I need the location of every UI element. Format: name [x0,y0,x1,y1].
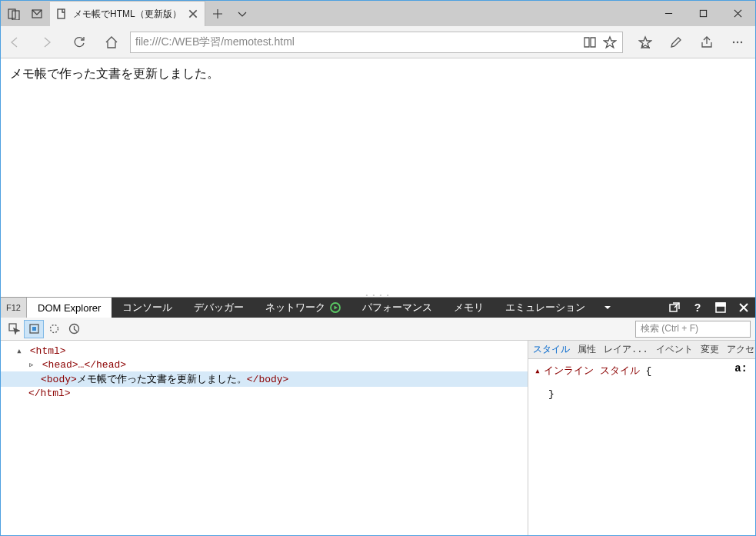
svg-rect-11 [716,303,725,306]
address-url: file:///C:/WEB学習/memotest.html [135,35,578,49]
devtools-tab-performance[interactable]: パフォーマンス [351,298,443,318]
styles-tabstrip: スタイル 属性 レイア... イベント 変更 アクセ... [528,341,755,359]
inline-style-rule[interactable]: ▴インライン スタイル { [535,364,749,378]
highlight-element-tool[interactable] [24,320,44,338]
devtools-tab-dom[interactable]: DOM Explorer [27,298,112,318]
reading-view-icon[interactable] [582,35,598,50]
minimize-button[interactable] [651,1,686,25]
styles-tab-attr[interactable]: 属性 [578,343,596,356]
styles-panel: スタイル 属性 レイア... イベント 変更 アクセ... a: ▴インライン … [528,341,755,535]
address-bar[interactable]: file:///C:/WEB学習/memotest.html [130,32,623,53]
new-tab-button[interactable] [205,2,230,26]
devtools-tab-emulation[interactable]: エミュレーション [495,298,596,318]
window-controls [651,1,755,26]
more-menu-button[interactable] [723,26,752,58]
select-element-tool[interactable] [4,320,24,338]
notes-button[interactable] [661,26,691,58]
tab-preview-toggle-button[interactable] [230,2,255,26]
devtools-help-button[interactable]: ? [686,298,709,318]
expand-icon: ▹ [28,358,36,371]
devtools-tab-console[interactable]: コンソール [112,298,183,318]
devtools-f12-label: F12 [1,298,27,318]
svg-rect-3 [58,9,65,18]
svg-point-15 [50,325,58,333]
browser-tab[interactable]: メモ帳でHTML（更新版） [50,1,205,26]
navbar: file:///C:/WEB学習/memotest.html [1,26,755,58]
devtools-search-placeholder: 検索 (Ctrl + F) [641,322,698,335]
styles-tab-changes[interactable]: 変更 [701,343,719,356]
pseudo-state-button[interactable]: a: [734,362,748,375]
devtools-search-input[interactable]: 検索 (Ctrl + F) [635,321,751,338]
tab-title: メモ帳でHTML（更新版） [73,8,182,21]
devtools-tab-memory[interactable]: メモリ [443,298,495,318]
dom-node-body[interactable]: <body>メモ帳で作った文書を更新しました。</body> [1,371,528,387]
svg-point-7 [741,41,742,42]
favorites-list-button[interactable] [631,26,660,58]
svg-point-6 [737,41,738,42]
home-button[interactable] [98,26,125,58]
close-window-button[interactable] [721,1,755,25]
color-picker-tool[interactable] [44,320,64,338]
favorite-star-icon[interactable] [602,35,618,50]
devtools-panel: F12 DOM Explorer コンソール デバッガー ネットワーク パフォー… [1,297,755,535]
collapse-icon: ▴ [535,365,541,377]
show-tab-previews-button[interactable] [27,2,47,26]
devtools-popout-button[interactable] [663,298,686,318]
dom-node-html-close[interactable]: </html> [1,387,528,400]
devtools-tabstrip: F12 DOM Explorer コンソール デバッガー ネットワーク パフォー… [1,298,755,318]
accessibility-tool[interactable] [64,320,84,338]
dom-node-html[interactable]: ▴ <html> [1,344,528,358]
devtools-tab-network[interactable]: ネットワーク [255,298,351,318]
titlebar-after-tabs [205,1,255,26]
titlebar: メモ帳でHTML（更新版） [1,1,755,26]
svg-point-5 [733,41,734,42]
share-button[interactable] [692,26,721,58]
maximize-button[interactable] [686,1,721,25]
styles-body[interactable]: a: ▴インライン スタイル { } [528,359,755,535]
inline-style-close: } [535,388,749,400]
svg-rect-14 [32,327,36,331]
devtools-dock-button[interactable] [709,298,732,318]
titlebar-left: メモ帳でHTML（更新版） [1,1,205,26]
set-aside-tabs-button[interactable] [4,2,24,26]
devtools-close-button[interactable] [732,298,755,318]
styles-tab-access[interactable]: アクセ... [727,343,755,356]
dom-node-head[interactable]: ▹ <head>…</head> [1,358,528,371]
back-button[interactable] [1,26,28,58]
svg-rect-4 [700,10,706,16]
dom-tree[interactable]: ▴ <html> ▹ <head>…</head> <body>メモ帳で作った文… [1,341,528,535]
refresh-button[interactable] [65,26,93,58]
devtools-tab-debugger[interactable]: デバッガー [183,298,255,318]
devtools-toolbar: 検索 (Ctrl + F) [1,318,755,341]
network-play-icon [330,302,341,313]
styles-tab-style[interactable]: スタイル [533,343,570,356]
styles-tab-layout[interactable]: レイア... [604,343,648,356]
collapse-icon: ▴ [16,345,24,357]
styles-tab-event[interactable]: イベント [656,343,693,356]
devtools-tab-overflow-button[interactable] [596,298,619,318]
tab-close-button[interactable] [188,8,198,19]
page-body-text: メモ帳で作った文書を更新しました。 [10,66,746,82]
navbar-right [631,26,755,58]
forward-button[interactable] [33,26,61,58]
page-viewport[interactable]: メモ帳で作った文書を更新しました。 [1,58,755,292]
devtools-body: ▴ <html> ▹ <head>…</head> <body>メモ帳で作った文… [1,341,755,535]
page-icon [56,8,67,19]
